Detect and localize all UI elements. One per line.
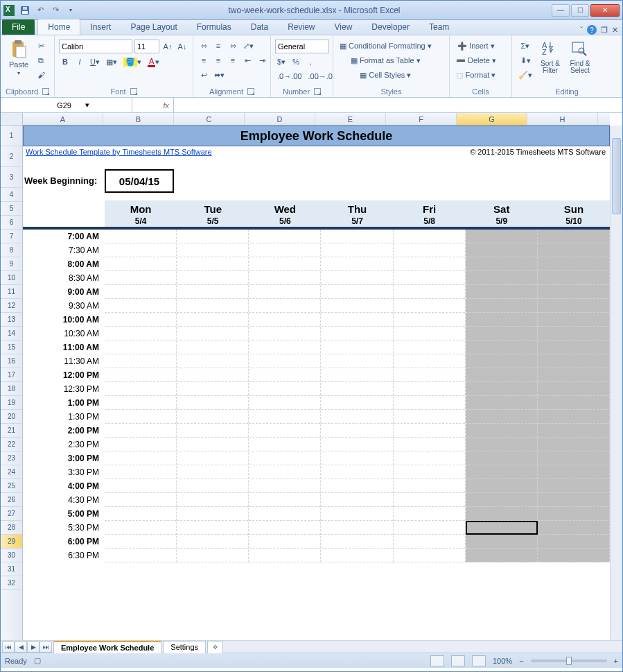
schedule-cell[interactable] xyxy=(466,493,537,507)
fx-icon[interactable]: fx xyxy=(132,98,174,112)
row-header-22[interactable]: 22 xyxy=(1,438,22,451)
schedule-cell[interactable] xyxy=(466,271,537,285)
italic-button[interactable]: I xyxy=(73,55,86,68)
schedule-cell[interactable] xyxy=(394,451,465,465)
schedule-cell[interactable] xyxy=(177,257,248,271)
font-color-icon[interactable]: A▾ xyxy=(146,55,161,68)
row-header-28[interactable]: 28 xyxy=(1,521,22,535)
align-center-icon[interactable]: ≡ xyxy=(212,54,225,67)
schedule-cell[interactable] xyxy=(394,507,465,521)
schedule-cell[interactable] xyxy=(321,535,392,549)
zoom-out-button[interactable]: − xyxy=(519,657,523,665)
schedule-cell[interactable] xyxy=(249,549,320,562)
align-top-icon[interactable]: ⬄ xyxy=(198,40,210,52)
active-cell[interactable] xyxy=(466,521,538,535)
schedule-cell[interactable] xyxy=(105,465,176,479)
font-name-combo[interactable] xyxy=(59,40,132,53)
schedule-cell[interactable] xyxy=(177,382,248,396)
row-header-25[interactable]: 25 xyxy=(1,479,22,493)
schedule-cell[interactable] xyxy=(105,451,176,465)
schedule-cell[interactable] xyxy=(538,507,609,521)
comma-format-icon[interactable]: , xyxy=(304,55,317,68)
schedule-cell[interactable] xyxy=(177,535,248,549)
schedule-cell[interactable] xyxy=(394,438,465,451)
schedule-cell[interactable] xyxy=(394,410,465,424)
select-all-corner[interactable] xyxy=(1,113,23,126)
align-left-icon[interactable]: ≡ xyxy=(198,54,210,67)
row-header-4[interactable]: 4 xyxy=(1,188,22,202)
schedule-cell[interactable] xyxy=(249,313,320,327)
bold-button[interactable]: B xyxy=(59,55,71,68)
col-header-H[interactable]: H xyxy=(527,113,598,125)
schedule-cell[interactable] xyxy=(394,341,465,354)
col-header-E[interactable]: E xyxy=(315,113,386,125)
schedule-cell[interactable] xyxy=(538,257,609,271)
schedule-cell[interactable] xyxy=(321,243,392,257)
schedule-cell[interactable] xyxy=(394,396,465,410)
schedule-cell[interactable] xyxy=(466,465,537,479)
schedule-cell[interactable] xyxy=(394,535,465,549)
save-icon[interactable] xyxy=(19,4,31,17)
tab-formulas[interactable]: Formulas xyxy=(187,19,241,35)
row-header-26[interactable]: 26 xyxy=(1,493,22,507)
col-header-D[interactable]: D xyxy=(245,113,315,125)
accounting-format-icon[interactable]: $▾ xyxy=(275,55,288,68)
row-header-27[interactable]: 27 xyxy=(1,507,22,521)
schedule-cell[interactable] xyxy=(249,438,320,451)
sheet-tab-employee-work-schedule[interactable]: Employee Work Schedule xyxy=(53,641,161,653)
schedule-cell[interactable] xyxy=(321,493,392,507)
insert-cells-button[interactable]: ➕ Insert ▾ xyxy=(454,40,498,52)
alignment-launcher-icon[interactable] xyxy=(247,88,254,95)
schedule-cell[interactable] xyxy=(321,521,392,535)
schedule-cell[interactable] xyxy=(321,257,392,271)
schedule-cell[interactable] xyxy=(321,299,392,313)
window-restore-icon[interactable]: ❐ xyxy=(601,26,608,35)
schedule-cell[interactable] xyxy=(394,354,465,368)
fill-color-icon[interactable]: 🪣▾ xyxy=(121,55,143,68)
align-middle-icon[interactable]: ≡ xyxy=(212,40,225,52)
row-header-5[interactable]: 5 xyxy=(1,202,22,216)
autosum-icon[interactable]: Σ▾ xyxy=(516,40,534,52)
schedule-cell[interactable] xyxy=(177,327,248,341)
tab-insert[interactable]: Insert xyxy=(80,19,121,35)
decrease-decimal-icon[interactable]: .00→.0 xyxy=(306,70,334,83)
decrease-indent-icon[interactable]: ⇤ xyxy=(241,54,254,67)
schedule-cell[interactable] xyxy=(321,396,392,410)
col-header-C[interactable]: C xyxy=(174,113,245,125)
column-headers[interactable]: ABCDEFGH xyxy=(23,113,610,126)
font-launcher-icon[interactable] xyxy=(130,88,137,95)
align-bottom-icon[interactable]: ⬄ xyxy=(227,40,239,52)
increase-decimal-icon[interactable]: .0→.00 xyxy=(275,70,304,83)
increase-indent-icon[interactable]: ⇥ xyxy=(256,54,268,67)
schedule-cell[interactable] xyxy=(466,382,537,396)
schedule-cell[interactable] xyxy=(105,327,176,341)
copy-icon[interactable]: ⧉ xyxy=(35,54,47,67)
schedule-cell[interactable] xyxy=(105,257,176,271)
schedule-cell[interactable] xyxy=(249,410,320,424)
cells-grid[interactable]: Employee Work Schedule Work Schedule Tem… xyxy=(23,126,610,640)
schedule-cell[interactable] xyxy=(177,313,248,327)
schedule-cell[interactable] xyxy=(394,313,465,327)
row-header-3[interactable]: 3 xyxy=(1,167,22,188)
underline-button[interactable]: U▾ xyxy=(88,55,102,68)
schedule-cell[interactable] xyxy=(177,521,248,535)
row-header-1[interactable]: 1 xyxy=(1,126,22,146)
schedule-cell[interactable] xyxy=(177,424,248,438)
schedule-cell[interactable] xyxy=(466,368,537,382)
schedule-cell[interactable] xyxy=(249,243,320,257)
schedule-cell[interactable] xyxy=(538,410,609,424)
schedule-cell[interactable] xyxy=(105,521,176,535)
schedule-cell[interactable] xyxy=(466,410,537,424)
row-header-13[interactable]: 13 xyxy=(1,313,22,327)
align-right-icon[interactable]: ≡ xyxy=(227,54,239,67)
schedule-cell[interactable] xyxy=(321,410,392,424)
schedule-cell[interactable] xyxy=(321,382,392,396)
schedule-cell[interactable] xyxy=(394,424,465,438)
schedule-cell[interactable] xyxy=(466,479,537,493)
schedule-cell[interactable] xyxy=(538,465,609,479)
schedule-cell[interactable] xyxy=(105,438,176,451)
number-launcher-icon[interactable] xyxy=(314,88,321,95)
schedule-cell[interactable] xyxy=(105,230,176,243)
schedule-cell[interactable] xyxy=(177,368,248,382)
schedule-cell[interactable] xyxy=(177,479,248,493)
